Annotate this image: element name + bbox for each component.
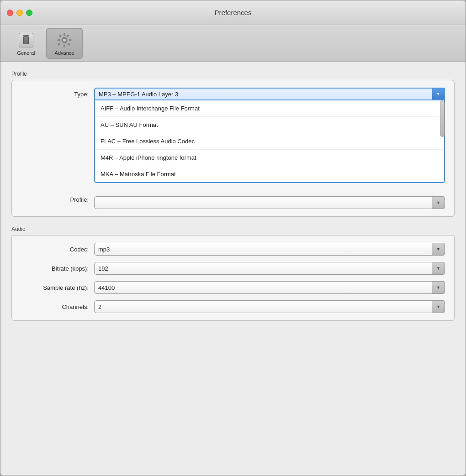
maximize-button[interactable] xyxy=(26,10,32,16)
bitrate-field-row: Bitrate (kbps): 6496128160192256320 xyxy=(21,262,445,275)
type-dropdown-list: AIFF – Audio Interchange File Format AU … xyxy=(94,100,445,183)
type-select-box[interactable]: MP3 – MPEG-1 Audio Layer 3 xyxy=(94,88,445,100)
dropdown-item-2[interactable]: FLAC – Free Lossless Audio Codec xyxy=(95,133,444,150)
dropdown-item-0[interactable]: AIFF – Audio Interchange File Format xyxy=(95,100,444,117)
type-dropdown-arrow-icon[interactable] xyxy=(432,88,445,100)
type-select-container: MP3 – MPEG-1 Audio Layer 3 AIFF – Audio … xyxy=(94,88,445,100)
audio-panel: Codec: mp3aacflacwav Bitrate (kbps): 649… xyxy=(11,235,455,321)
toolbar: General xyxy=(0,25,466,62)
toolbar-button-advance[interactable]: Advance xyxy=(46,28,83,59)
codec-field-row: Codec: mp3aacflacwav xyxy=(21,243,445,256)
type-field-row: Type: MP3 – MPEG-1 Audio Layer 3 AIFF – … xyxy=(21,88,445,100)
dropdown-item-4[interactable]: MKA – Matroska File Format xyxy=(95,166,444,182)
channels-select-wrapper: 12 xyxy=(94,300,445,313)
gear-icon xyxy=(57,32,72,48)
svg-rect-5 xyxy=(69,39,71,41)
svg-rect-8 xyxy=(66,34,69,37)
general-icon-container xyxy=(18,32,34,48)
bitrate-select-wrapper: 6496128160192256320 xyxy=(94,262,445,275)
samplerate-field-row: Sample rate (hz): 220504410048000 xyxy=(21,281,445,294)
profile-label: Profile: xyxy=(21,196,94,203)
advance-icon-container xyxy=(56,32,73,48)
channels-field-row: Channels: 12 xyxy=(21,300,445,313)
bitrate-label: Bitrate (kbps): xyxy=(21,265,94,272)
channels-label: Channels: xyxy=(21,303,94,310)
channels-select[interactable]: 12 xyxy=(94,300,445,313)
samplerate-select-wrapper: 220504410048000 xyxy=(94,281,445,294)
codec-select-wrapper: mp3aacflacwav xyxy=(94,243,445,256)
general-label: General xyxy=(17,50,35,56)
audio-section-label: Audio xyxy=(11,226,455,232)
svg-rect-2 xyxy=(64,33,65,36)
type-label: Type: xyxy=(21,91,94,98)
svg-rect-7 xyxy=(68,42,70,45)
close-button[interactable] xyxy=(7,10,13,16)
window-title: Preferences xyxy=(215,9,252,16)
codec-label: Codec: xyxy=(21,246,94,253)
profile-select-wrapper xyxy=(94,196,445,209)
profile-panel: Type: MP3 – MPEG-1 Audio Layer 3 AIFF – … xyxy=(11,80,455,217)
preferences-window: Preferences General xyxy=(0,0,466,476)
content-area: Profile Type: MP3 – MPEG-1 Audio Layer 3… xyxy=(0,62,466,476)
samplerate-label: Sample rate (hz): xyxy=(21,284,94,291)
traffic-lights xyxy=(7,10,32,16)
toolbar-button-general[interactable]: General xyxy=(8,28,44,59)
samplerate-select[interactable]: 220504410048000 xyxy=(94,281,445,294)
title-bar: Preferences xyxy=(0,0,466,25)
advance-label: Advance xyxy=(55,50,74,56)
profile-section-label: Profile xyxy=(11,71,455,77)
dropdown-scrollbar-thumb[interactable] xyxy=(440,100,445,137)
dropdown-item-1[interactable]: AU – SUN AU Format xyxy=(95,117,444,133)
dropdown-item-3[interactable]: M4R – Apple iPhone ringtone format xyxy=(95,150,444,166)
bitrate-select[interactable]: 6496128160192256320 xyxy=(94,262,445,275)
svg-rect-6 xyxy=(59,34,62,37)
codec-select[interactable]: mp3aacflacwav xyxy=(94,243,445,256)
type-selected-value: MP3 – MPEG-1 Audio Layer 3 xyxy=(99,91,178,98)
svg-point-1 xyxy=(63,39,66,42)
profile-select[interactable] xyxy=(94,196,445,209)
svg-rect-9 xyxy=(58,42,60,45)
general-icon xyxy=(19,33,33,47)
profile-field-row: Profile: xyxy=(21,196,445,209)
svg-rect-3 xyxy=(64,45,65,47)
svg-rect-4 xyxy=(58,39,60,41)
minimize-button[interactable] xyxy=(16,10,23,16)
